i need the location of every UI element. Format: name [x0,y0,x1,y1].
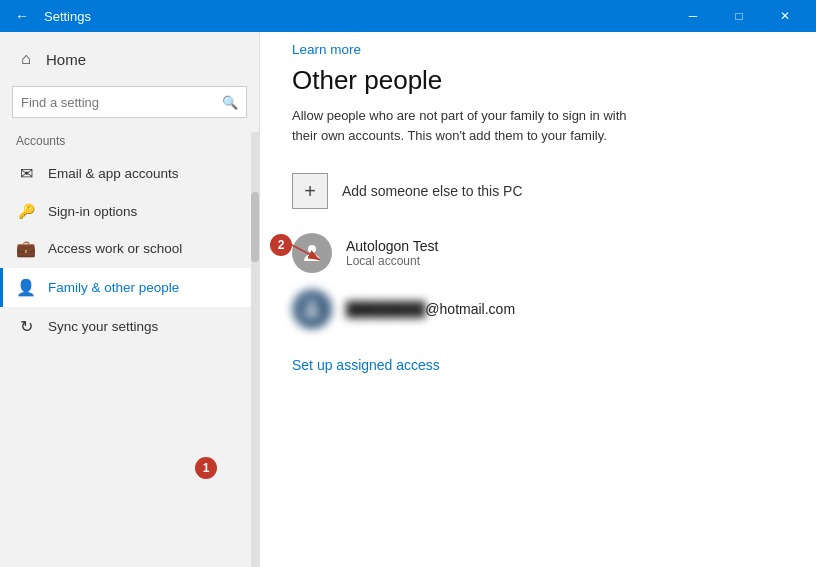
app-body: ⌂ Home 🔍 Accounts ✉ Email & app accounts… [0,32,816,567]
sidebar-item-home[interactable]: ⌂ Home [0,40,259,78]
scrollbar-track[interactable] [251,132,259,567]
sidebar-item-access[interactable]: 💼 Access work or school [0,229,259,268]
user-info-hotmail: ████████@hotmail.com [346,301,515,317]
back-button[interactable]: ← [8,2,36,30]
scrollbar-thumb[interactable] [251,192,259,262]
user-info-autologon: Autologon Test Local account [346,238,438,268]
sidebar: ⌂ Home 🔍 Accounts ✉ Email & app accounts… [0,32,260,567]
search-input[interactable] [21,95,222,110]
sidebar-scroll: ✉ Email & app accounts 🔑 Sign-in options… [0,154,259,567]
add-person-label: Add someone else to this PC [342,183,523,199]
email-icon: ✉ [16,164,36,183]
setup-assigned-access-link[interactable]: Set up assigned access [292,357,440,373]
user-name-autologon: Autologon Test [346,238,438,254]
sidebar-item-signin[interactable]: 🔑 Sign-in options [0,193,259,229]
sidebar-section-label: Accounts [0,130,259,154]
learn-more-link[interactable]: Learn more [292,32,784,65]
search-box: 🔍 [12,86,247,118]
sidebar-item-label: Access work or school [48,241,182,256]
avatar-autologon [292,233,332,273]
sidebar-item-sync[interactable]: ↻ Sync your settings [0,307,259,346]
app-title: Settings [44,9,670,24]
family-icon: 👤 [16,278,36,297]
search-icon: 🔍 [222,95,238,110]
annotation-2: 2 [270,234,292,256]
sidebar-item-email[interactable]: ✉ Email & app accounts [0,154,259,193]
access-icon: 💼 [16,239,36,258]
close-button[interactable]: ✕ [762,0,808,32]
sidebar-item-label: Email & app accounts [48,166,179,181]
sync-icon: ↻ [16,317,36,336]
window-controls: ─ □ ✕ [670,0,808,32]
user-sub-autologon: Local account [346,254,438,268]
sidebar-item-label: Sync your settings [48,319,158,334]
sidebar-home-label: Home [46,51,86,68]
page-title: Other people [292,65,784,96]
sidebar-item-family[interactable]: 👤 Family & other people [0,268,259,307]
home-icon: ⌂ [16,50,36,68]
sidebar-item-label: Family & other people [48,280,179,295]
svg-point-0 [308,245,316,253]
user-item-autologon[interactable]: Autologon Test Local account [292,227,784,279]
title-bar: ← Settings ─ □ ✕ [0,0,816,32]
maximize-button[interactable]: □ [716,0,762,32]
back-icon: ← [15,8,29,24]
page-description: Allow people who are not part of your fa… [292,106,652,145]
annotation-1: 1 [195,457,217,479]
content-area: Learn more Other people Allow people who… [260,32,816,567]
user-item-hotmail[interactable]: ████████@hotmail.com [292,283,784,335]
add-person-button[interactable]: + Add someone else to this PC [292,165,784,217]
sidebar-item-label: Sign-in options [48,204,137,219]
minimize-button[interactable]: ─ [670,0,716,32]
add-icon: + [292,173,328,209]
svg-point-1 [308,301,316,309]
signin-icon: 🔑 [16,203,36,219]
user-name-hotmail: ████████@hotmail.com [346,301,515,317]
avatar-hotmail [292,289,332,329]
